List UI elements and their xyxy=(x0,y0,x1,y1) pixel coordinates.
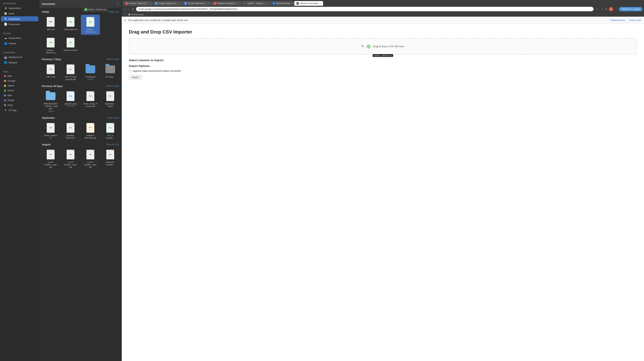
file-icon-sheet1: CSV xyxy=(86,16,95,28)
sidebar-item-aman[interactable]: 🏠 aman xyxy=(1,11,38,16)
tab-gde[interactable]: G G+DE Software D... × xyxy=(182,1,212,6)
profile-button[interactable]: A xyxy=(609,7,613,11)
append-data-checkbox[interactable] xyxy=(129,70,132,72)
sidebar-item-blue[interactable]: Blue xyxy=(1,93,38,98)
tab-blizzard[interactable]: B Blizzard Shop × xyxy=(270,1,294,6)
file-item-testing-numbers[interactable]: NB testing.numbers xyxy=(61,36,80,56)
append-data-row: Append Data (unchecked means overwrite) xyxy=(129,70,637,72)
file-item-1s2-1[interactable]: PDF 1-s2.0-S15684...main.pdf xyxy=(41,147,60,170)
tab-close-robotic[interactable]: × xyxy=(238,2,239,5)
info-icon: ℹ xyxy=(124,19,126,22)
file-item-testing-sheet2[interactable]: CSV testing – Sheet2.csv xyxy=(41,36,60,56)
sidebar-item-applications[interactable]: 🖥 Applications xyxy=(1,6,38,11)
sidebar-item-orange[interactable]: Orange xyxy=(1,79,38,83)
file-item-1s2-2[interactable]: PDF 1-s2.0-S15684...main.pdf xyxy=(61,147,80,170)
sidebar-item-gray[interactable]: Gray xyxy=(1,103,38,107)
finder-panel: Downloads + Today Show Less PDF BEC.pdf … xyxy=(40,0,122,361)
file-item-module2-ppt[interactable]: PPT module2-DES,AES.ppt xyxy=(81,121,100,141)
address-bar[interactable] xyxy=(136,7,594,11)
drag-drop-area[interactable]: ↖ ⊕ Drag & drop a CSV file here. testing… xyxy=(129,38,637,55)
today-files-row2: CSV testing – Sheet2.csv NB testing.numb… xyxy=(41,36,120,56)
extension-button[interactable]: ⋯ xyxy=(614,7,618,11)
file-item-64f6cd[interactable]: 64f6cd9d2a5be...Submis...emplates 3 item… xyxy=(41,89,60,114)
prev30-title: Previous 30 Days xyxy=(42,85,63,88)
file-item-netflix[interactable]: CSV netflix_titles.csv xyxy=(61,15,80,35)
favourites-heading: Favourites xyxy=(0,0,40,5)
file-item-admission[interactable]: PDF Admissior 615605... xyxy=(100,147,120,170)
tab-close-variance[interactable]: × xyxy=(320,2,321,5)
show-all-31-button[interactable]: Show All (31) xyxy=(106,143,119,146)
more-tabs-indicator[interactable]: » xyxy=(123,13,126,16)
shared-icon: 👥 xyxy=(4,42,7,45)
file-item-bec[interactable]: PDF BEC.pdf xyxy=(41,15,60,35)
file-label-app-gupta: Applicatio... Gupta xyxy=(103,102,118,108)
file-item-cat2[interactable]: PDF CAT 2.pdf xyxy=(41,62,60,82)
tab-title-mypat: myPAT - India's L... xyxy=(247,2,266,5)
sidebar-item-shared[interactable]: 👥 Shared xyxy=(1,41,38,46)
sidebar-item-label: Shared xyxy=(8,42,16,45)
sidebar-item-network[interactable]: 🌐 Network xyxy=(1,60,38,65)
tab-close-judge[interactable]: × xyxy=(178,2,180,5)
file-item-chi-squared[interactable]: chi squared 3 items xyxy=(81,62,100,82)
home-icon: 🏠 xyxy=(4,12,7,15)
file-item-agrivision[interactable]: PNG agrivision.png 1,024×768 xyxy=(61,89,80,114)
gde-favicon: G xyxy=(184,2,187,5)
file-item-testing-sheet1[interactable]: + testing – Sheet1.csv CSV testing – She… xyxy=(81,15,100,35)
file-icon-64f6cd xyxy=(46,90,56,102)
bookmarks-bar: » ⭐ All Bookmarks xyxy=(122,12,644,17)
chi-badge: 3 items xyxy=(88,79,93,80)
file-item-module2-des[interactable]: PDF module2-DES,AES xyxy=(61,121,80,141)
bookmark-star-button[interactable]: ☆ xyxy=(594,7,599,11)
tab-archive[interactable]: A Archive - Hash Co... × xyxy=(123,1,152,6)
sidebar-item-downloads[interactable]: ⬇ Downloads xyxy=(1,16,38,21)
prev30-files-grid: 64f6cd9d2a5be...Submis...emplates 3 item… xyxy=(41,89,120,114)
show-all-6-button[interactable]: Show All (6) xyxy=(108,117,119,119)
file-item-aman-res[interactable]: PDF Aman_Gupta_Resume.pdf xyxy=(81,89,100,114)
tab-judge[interactable]: G Judge System | H... × xyxy=(153,1,182,6)
sidebar-item-label: MacBook Pro xyxy=(8,56,22,59)
moon-button[interactable]: ☽ xyxy=(600,7,604,11)
report-abuse-link[interactable]: Report abuse xyxy=(611,19,625,22)
sidebar-item-green[interactable]: Green xyxy=(1,88,38,93)
learn-more-link[interactable]: Learn more xyxy=(629,19,641,22)
tab-close-mypat[interactable]: × xyxy=(267,2,268,5)
relaunch-button[interactable]: Relaunch to update xyxy=(619,7,642,11)
bookmark-all-bookmarks[interactable]: ⭐ All Bookmarks xyxy=(127,13,145,16)
sidebar-item-purple[interactable]: Purple xyxy=(1,98,38,102)
tab-close-gde[interactable]: × xyxy=(208,2,209,5)
file-item-application-gupta[interactable]: PDF Applicatio... Gupta xyxy=(100,89,120,114)
show-all-20-button[interactable]: Show All (20) xyxy=(106,58,119,61)
show-less-button[interactable]: Show Less xyxy=(108,11,119,13)
september-files-grid: PDF Aman_Gupta.pdf PDF module2-DES,AES P… xyxy=(41,121,120,141)
add-button[interactable]: + xyxy=(117,2,119,6)
sidebar-item-macbook[interactable]: 💻 MacBook Pro xyxy=(1,55,38,60)
tab-close-blizzard[interactable]: × xyxy=(290,2,292,5)
file-item-cat-merged[interactable]: PDF CAT II (3 files merged).pdf xyxy=(61,62,80,82)
tab-variance[interactable]: V Variance Calculator × xyxy=(294,1,323,6)
finder-toolbar: Downloads + xyxy=(40,0,122,8)
sidebar-item-all-tags[interactable]: ⚙ All Tags... xyxy=(1,108,38,113)
file-icon-cat2: PDF xyxy=(46,64,56,75)
september-title: September xyxy=(42,116,55,119)
file-label-bec: BEC.pdf xyxy=(47,28,54,31)
file-item-aman-gupta[interactable]: PDF Aman_Gupta.pdf xyxy=(41,121,60,141)
file-item-1s2-3[interactable]: PDF 1-s2.0-S15684...main.pdf xyxy=(81,147,100,170)
today-section-header: Today Show Less xyxy=(41,8,120,15)
import-button[interactable]: Import xyxy=(129,75,142,80)
sidebar-item-yellow[interactable]: Yellow xyxy=(1,84,38,88)
sidebar-item-icloud-drive[interactable]: ☁ iCloud Drive xyxy=(1,36,38,41)
show-all-43-button[interactable]: Show All (43) xyxy=(106,85,119,87)
download-indicator-button[interactable]: ⬇ xyxy=(604,7,608,11)
tab-mypat[interactable]: M myPAT - India's L... × xyxy=(242,1,270,6)
forward-button[interactable]: › xyxy=(127,7,130,11)
file-item-chi-squared2[interactable]: Chi squa... xyxy=(100,62,120,82)
sidebar-item-red[interactable]: Red xyxy=(1,74,38,78)
sidebar-item-documents[interactable]: 📄 Documents xyxy=(1,22,38,27)
sidebar: Favourites 🖥 Applications 🏠 aman ⬇ Downl… xyxy=(0,0,40,361)
tag-label: All Tags... xyxy=(8,109,18,112)
file-item-vit[interactable]: XLS VIT_A Analytic... xyxy=(100,121,120,141)
back-button[interactable]: ‹ xyxy=(123,7,126,11)
tab-close-archive[interactable]: × xyxy=(149,2,150,5)
reload-button[interactable]: ↻ xyxy=(131,7,135,11)
tab-robotic[interactable]: E Robotic Process A... × xyxy=(212,1,241,6)
